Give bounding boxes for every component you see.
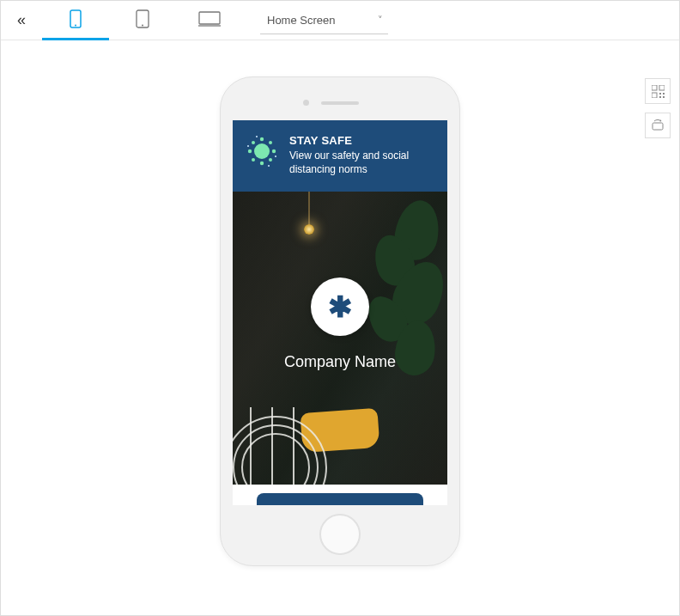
svg-point-17 xyxy=(248,149,252,153)
virus-icon xyxy=(245,134,279,168)
device-tab-tablet[interactable] xyxy=(109,1,176,40)
safety-banner-text: STAY SAFE View our safety and social dis… xyxy=(289,134,435,176)
editor-toolbar: « Home Screen ˅ xyxy=(1,1,679,40)
chevron-down-icon: ˅ xyxy=(378,15,383,26)
primary-cta-button[interactable] xyxy=(257,493,423,505)
svg-point-21 xyxy=(252,158,255,162)
svg-point-15 xyxy=(260,137,264,141)
svg-point-14 xyxy=(254,143,270,159)
asterisk-icon: ✱ xyxy=(328,292,352,321)
safety-banner-body: View our safety and social distancing no… xyxy=(289,149,435,176)
svg-point-22 xyxy=(269,158,272,162)
phone-earpiece xyxy=(321,101,359,105)
svg-point-24 xyxy=(275,156,276,157)
svg-point-3 xyxy=(142,25,143,27)
svg-point-23 xyxy=(247,145,249,147)
collapse-sidebar-button[interactable]: « xyxy=(8,7,35,34)
preview-stage: STAY SAFE View our safety and social dis… xyxy=(1,42,679,615)
hero-section: ✱ Company Name xyxy=(233,192,447,485)
company-logo[interactable]: ✱ xyxy=(311,278,369,336)
safety-banner[interactable]: STAY SAFE View our safety and social dis… xyxy=(233,120,447,192)
chevron-double-left-icon: « xyxy=(17,11,26,29)
svg-point-25 xyxy=(256,136,258,137)
screen-select-dropdown[interactable]: Home Screen ˅ xyxy=(260,7,388,34)
phone-icon xyxy=(70,9,82,28)
safety-banner-heading: STAY SAFE xyxy=(289,134,435,147)
svg-point-19 xyxy=(252,141,255,144)
decor-lightbulb xyxy=(308,192,310,226)
phone-camera-dot xyxy=(303,100,309,106)
cta-area xyxy=(233,485,447,505)
screen-select-label: Home Screen xyxy=(267,14,335,27)
app-screen: STAY SAFE View our safety and social dis… xyxy=(233,120,447,505)
device-tab-phone[interactable] xyxy=(42,1,109,40)
desktop-icon xyxy=(198,11,221,27)
svg-point-18 xyxy=(272,149,276,153)
device-preview-tabs xyxy=(42,1,243,40)
decor-chair xyxy=(233,390,344,485)
svg-rect-4 xyxy=(199,12,220,24)
svg-point-1 xyxy=(75,25,76,27)
phone-frame: STAY SAFE View our safety and social dis… xyxy=(220,76,460,566)
company-name-label: Company Name xyxy=(284,353,396,371)
svg-point-20 xyxy=(269,141,272,144)
svg-point-16 xyxy=(260,162,264,165)
device-tab-desktop[interactable] xyxy=(176,1,243,40)
svg-point-26 xyxy=(268,165,270,167)
phone-home-button[interactable] xyxy=(319,514,361,555)
tablet-icon xyxy=(136,9,149,28)
